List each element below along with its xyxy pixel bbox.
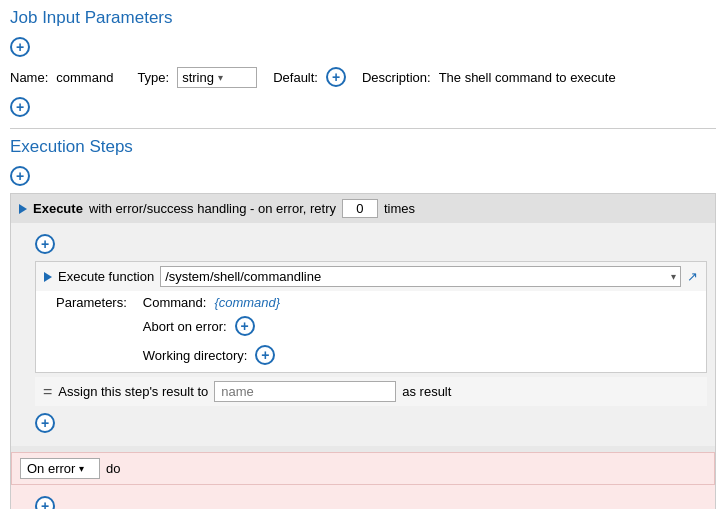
- working-dir-param-row: Working directory: +: [143, 342, 280, 368]
- job-input-params-title: Job Input Parameters: [10, 8, 716, 28]
- params-inner: Command: {command} Abort on error: + Wor…: [139, 295, 280, 368]
- on-error-section: On error ▾ do: [11, 452, 715, 485]
- add-step-row: +: [10, 163, 716, 189]
- add-param-row: +: [10, 34, 716, 60]
- add-inner-step-button[interactable]: +: [35, 234, 55, 254]
- execution-steps-title: Execution Steps: [10, 137, 716, 157]
- name-label: Name:: [10, 70, 48, 85]
- command-value: {command}: [214, 295, 280, 310]
- execute-block-header: Execute with error/success handling - on…: [11, 194, 715, 223]
- execute-label-middle: with error/success handling - on error, …: [89, 201, 336, 216]
- add-step-button[interactable]: +: [10, 166, 30, 186]
- add-abort-button[interactable]: +: [235, 316, 255, 336]
- on-error-select[interactable]: On error ▾: [20, 458, 100, 479]
- error-handler-body: + Execute function /public/Examples/Erro…: [11, 485, 715, 509]
- external-link-icon[interactable]: ↗: [687, 269, 698, 284]
- function-path-dropdown[interactable]: /system/shell/commandline ▾: [160, 266, 681, 287]
- type-select[interactable]: string ▾: [177, 67, 257, 88]
- type-label: Type:: [137, 70, 169, 85]
- execute-block: Execute with error/success handling - on…: [10, 193, 716, 509]
- add-param-button-bottom[interactable]: +: [10, 97, 30, 117]
- command-label: Command:: [143, 295, 207, 310]
- assign-row: = Assign this step's result to as result: [35, 377, 707, 406]
- inner-function-header: Execute function /system/shell/commandli…: [36, 262, 706, 291]
- add-param-row-bottom: +: [10, 94, 716, 120]
- execute-function-label: Execute function: [58, 269, 154, 284]
- assign-suffix: as result: [402, 384, 451, 399]
- execute-label: Execute: [33, 201, 83, 216]
- section-divider: [10, 128, 716, 129]
- assign-name-input[interactable]: [214, 381, 396, 402]
- assign-prefix: Assign this step's result to: [58, 384, 208, 399]
- abort-label: Abort on error:: [143, 319, 227, 334]
- add-param-button[interactable]: +: [10, 37, 30, 57]
- param-definition-row: Name: command Type: string ▾ Default: + …: [10, 64, 716, 90]
- add-error-step-row: +: [35, 493, 707, 509]
- page-container: Job Input Parameters + Name: command Typ…: [0, 0, 726, 509]
- working-label: Working directory:: [143, 348, 248, 363]
- job-input-params-section: Job Input Parameters + Name: command Typ…: [10, 8, 716, 120]
- dropdown-arrow-icon: ▾: [671, 271, 676, 282]
- type-select-arrow: ▾: [218, 72, 223, 83]
- add-error-step-button[interactable]: +: [35, 496, 55, 509]
- execute-label-suffix: times: [384, 201, 415, 216]
- description-value: The shell command to execute: [439, 70, 616, 85]
- default-label: Default:: [273, 70, 318, 85]
- execute-block-body: + Execute function /system/shell/command…: [11, 223, 715, 446]
- function-params-table: Parameters: Command: {command} Abort on …: [36, 291, 706, 372]
- on-error-arrow-icon: ▾: [79, 463, 84, 474]
- inner-function-block: Execute function /system/shell/commandli…: [35, 261, 707, 373]
- add-default-button[interactable]: +: [326, 67, 346, 87]
- add-step-below-button[interactable]: +: [35, 413, 55, 433]
- command-param-row: Command: {command}: [143, 295, 280, 310]
- execution-steps-section: Execution Steps + Execute with error/suc…: [10, 137, 716, 509]
- on-error-do-label: do: [106, 461, 120, 476]
- on-error-value: On error: [27, 461, 75, 476]
- params-label: Parameters:: [56, 295, 131, 310]
- function-path-value: /system/shell/commandline: [165, 269, 321, 284]
- collapse-execute-block[interactable]: [19, 204, 27, 214]
- assign-equals-icon: =: [43, 383, 52, 401]
- name-value: command: [56, 70, 113, 85]
- add-working-button[interactable]: +: [255, 345, 275, 365]
- add-step-below-row: +: [35, 410, 707, 436]
- collapse-inner-block[interactable]: [44, 272, 52, 282]
- add-inner-step-row: +: [35, 231, 707, 257]
- description-label: Description:: [362, 70, 431, 85]
- abort-param-row: Abort on error: +: [143, 313, 280, 339]
- type-value: string: [182, 70, 214, 85]
- retry-input[interactable]: [342, 199, 378, 218]
